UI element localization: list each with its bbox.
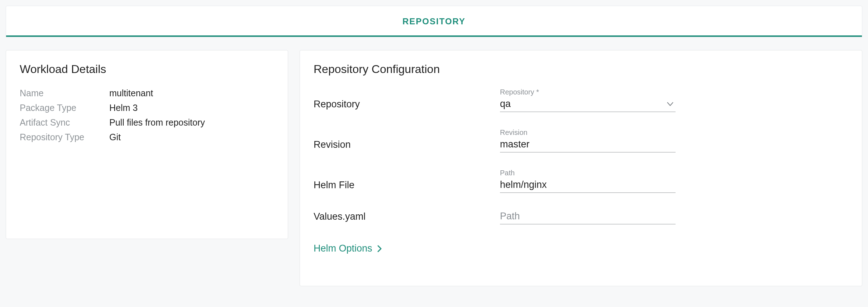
tab-bar: REPOSITORY xyxy=(6,6,862,37)
workload-details-grid: Name multitenant Package Type Helm 3 Art… xyxy=(20,88,274,142)
tab-repository[interactable]: REPOSITORY xyxy=(402,16,466,26)
workload-details-card: Workload Details Name multitenant Packag… xyxy=(6,50,288,239)
helm-options-label: Helm Options xyxy=(314,243,372,254)
detail-artifact-sync-label: Artifact Sync xyxy=(20,117,109,128)
chevron-right-icon xyxy=(377,245,382,252)
values-yaml-field[interactable] xyxy=(500,209,676,224)
config-row-values-yaml: Values.yaml xyxy=(314,209,848,224)
workload-details-title: Workload Details xyxy=(20,63,274,76)
path-float-label: Path xyxy=(500,169,676,177)
revision-field[interactable]: Revision xyxy=(500,128,676,152)
repository-configuration-title: Repository Configuration xyxy=(314,63,848,76)
config-row-revision: Revision Revision xyxy=(314,128,848,152)
detail-repository-type-value: Git xyxy=(109,132,274,142)
detail-name-value: multitenant xyxy=(109,88,274,98)
detail-package-type-value: Helm 3 xyxy=(109,103,274,113)
revision-input[interactable] xyxy=(500,137,676,152)
config-row-repository: Repository Repository * xyxy=(314,88,848,112)
revision-float-label: Revision xyxy=(500,128,676,137)
detail-package-type-label: Package Type xyxy=(20,103,109,113)
detail-repository-type-label: Repository Type xyxy=(20,132,109,142)
detail-name-label: Name xyxy=(20,88,109,98)
helm-file-field[interactable]: Path xyxy=(500,169,676,193)
repository-select[interactable] xyxy=(500,97,676,112)
detail-artifact-sync-value: Pull files from repository xyxy=(109,117,274,128)
repository-float-label: Repository * xyxy=(500,88,676,96)
helm-options-toggle[interactable]: Helm Options xyxy=(314,243,848,254)
helm-file-input[interactable] xyxy=(500,178,676,193)
repository-select-field[interactable]: Repository * xyxy=(500,88,676,112)
repository-configuration-card: Repository Configuration Repository Repo… xyxy=(300,50,862,286)
repository-row-label: Repository xyxy=(314,99,500,112)
values-yaml-row-label: Values.yaml xyxy=(314,211,500,224)
helm-file-row-label: Helm File xyxy=(314,180,500,193)
revision-row-label: Revision xyxy=(314,139,500,152)
config-row-helm-file: Helm File Path xyxy=(314,169,848,193)
values-yaml-input[interactable] xyxy=(500,209,676,224)
